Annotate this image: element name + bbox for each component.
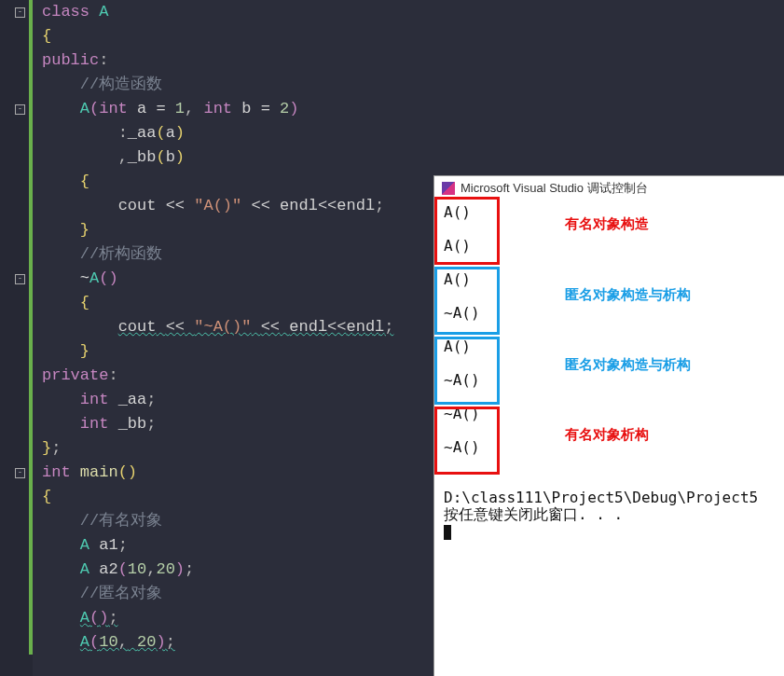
number-20: 20 (137, 633, 156, 651)
keyword-int: int (80, 391, 109, 408)
visual-studio-icon (442, 182, 455, 195)
brace-close: } (42, 439, 51, 457)
destructor-name: A (89, 269, 99, 287)
member-aa: _aa (118, 391, 147, 408)
colon: : (99, 51, 108, 69)
member-aa: _aa (128, 124, 157, 142)
brace-close: } (80, 221, 89, 239)
keyword-int: int (203, 100, 232, 117)
comment-destructor: //析构函数 (80, 245, 162, 263)
comment-named: //有名对象 (80, 512, 162, 530)
class-name: A (99, 3, 108, 21)
endl: endl (347, 318, 385, 336)
console-titlebar: Microsoft Visual Studio 调试控制台 (434, 176, 784, 200)
console-title-text: Microsoft Visual Studio 调试控制台 (461, 180, 648, 197)
debug-console-window[interactable]: Microsoft Visual Studio 调试控制台 A() A() A(… (433, 175, 784, 676)
output-line: ~A() (444, 372, 775, 389)
code-content[interactable]: class A { public: //构造函数 A(int a = 1, in… (33, 0, 394, 655)
keyword-public: public (42, 51, 99, 69)
tilde: ~ (80, 269, 89, 287)
equals: = (156, 100, 165, 117)
var-a2: a2 (99, 560, 117, 578)
endl: endl (280, 197, 318, 214)
comma: , (185, 100, 194, 117)
comment-constructor: //构造函数 (80, 76, 162, 93)
brace-open: { (42, 27, 51, 45)
output-path: D:\class111\Project5\Debug\Project5 (444, 490, 775, 506)
cout: cout (118, 318, 157, 336)
type-a: A (80, 536, 89, 554)
output-prompt: 按任意键关闭此窗口. . . (444, 506, 775, 523)
param-a: a (137, 100, 146, 117)
annotation-label: 匿名对象构造与析构 (565, 356, 691, 374)
output-line: A() (444, 338, 775, 355)
number-2: 2 (280, 100, 289, 117)
endl: endl (289, 318, 327, 336)
output-line: ~A() (444, 406, 775, 422)
type-a: A (80, 560, 89, 578)
fold-button[interactable]: - (15, 468, 25, 478)
brace-open: { (80, 172, 89, 190)
annotation-label: 有名对象析构 (565, 426, 649, 444)
arg-a: a (166, 124, 175, 142)
comment-anon: //匿名对象 (80, 585, 162, 602)
cout: cout (118, 197, 157, 214)
string-dtor: "~A()" (194, 318, 251, 336)
fold-button[interactable]: - (15, 274, 25, 284)
colon: : (108, 366, 117, 384)
keyword-int: int (80, 415, 109, 433)
var-a1: a1 (99, 536, 117, 554)
equals: = (261, 100, 270, 117)
keyword-int: int (42, 463, 71, 481)
brace-open: { (42, 488, 51, 505)
param-b: b (241, 100, 251, 117)
annotation-label: 有名对象构造 (565, 215, 649, 233)
type-a: A (80, 633, 89, 651)
keyword-int: int (99, 100, 128, 117)
member-bb: _bb (128, 148, 157, 166)
brace-open: { (80, 294, 89, 311)
number-10: 10 (99, 633, 117, 651)
endl: endl (337, 197, 375, 214)
editor-gutter: - - - - (0, 0, 33, 676)
fold-button[interactable]: - (15, 104, 25, 115)
comma: , (118, 148, 128, 166)
arg-b: b (166, 148, 175, 166)
function-main: main (80, 463, 118, 481)
brace-close: } (80, 342, 89, 360)
member-bb: _bb (118, 415, 147, 433)
fold-button[interactable]: - (15, 7, 25, 18)
number-20: 20 (156, 560, 174, 578)
type-a: A (80, 609, 89, 627)
annotation-label: 匿名对象构造与析构 (565, 286, 691, 304)
string-a: "A()" (194, 197, 241, 214)
keyword-class: class (42, 3, 89, 21)
keyword-private: private (42, 366, 108, 384)
number-10: 10 (128, 560, 146, 578)
number-1: 1 (175, 100, 185, 117)
output-line: A() (444, 238, 775, 255)
output-line: ~A() (444, 305, 775, 322)
cursor (444, 525, 451, 540)
constructor-name: A (80, 100, 89, 117)
init-colon: : (118, 124, 128, 142)
